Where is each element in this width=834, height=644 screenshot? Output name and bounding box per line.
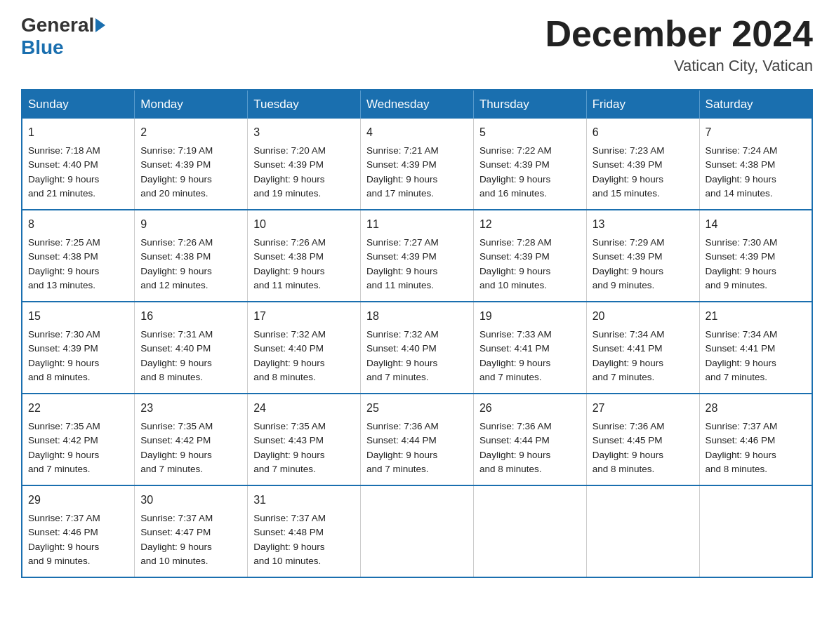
cell-info: Sunrise: 7:19 AMSunset: 4:39 PMDaylight:… bbox=[140, 145, 213, 199]
day-number: 26 bbox=[479, 400, 581, 417]
calendar-cell bbox=[586, 485, 699, 577]
calendar-cell: 9Sunrise: 7:26 AMSunset: 4:38 PMDaylight… bbox=[135, 210, 248, 302]
calendar-week-row: 8Sunrise: 7:25 AMSunset: 4:38 PMDaylight… bbox=[22, 210, 812, 302]
cell-info: Sunrise: 7:37 AMSunset: 4:48 PMDaylight:… bbox=[253, 513, 326, 566]
day-number: 5 bbox=[479, 124, 581, 141]
day-number: 24 bbox=[253, 400, 355, 417]
calendar-cell: 30Sunrise: 7:37 AMSunset: 4:47 PMDayligh… bbox=[135, 485, 248, 577]
calendar-cell: 10Sunrise: 7:26 AMSunset: 4:38 PMDayligh… bbox=[248, 210, 361, 302]
calendar-cell: 7Sunrise: 7:24 AMSunset: 4:38 PMDaylight… bbox=[699, 119, 812, 210]
page-header: General Blue December 2024 Vatican City,… bbox=[21, 14, 813, 75]
calendar-cell: 21Sunrise: 7:34 AMSunset: 4:41 PMDayligh… bbox=[699, 302, 812, 394]
cell-info: Sunrise: 7:23 AMSunset: 4:39 PMDaylight:… bbox=[593, 145, 665, 199]
day-number: 8 bbox=[28, 216, 128, 233]
calendar-cell: 20Sunrise: 7:34 AMSunset: 4:41 PMDayligh… bbox=[586, 302, 699, 394]
day-number: 25 bbox=[366, 400, 468, 417]
calendar-cell: 6Sunrise: 7:23 AMSunset: 4:39 PMDaylight… bbox=[586, 119, 699, 210]
day-number: 12 bbox=[479, 216, 581, 233]
cell-info: Sunrise: 7:25 AMSunset: 4:38 PMDaylight:… bbox=[28, 237, 100, 290]
cell-info: Sunrise: 7:26 AMSunset: 4:38 PMDaylight:… bbox=[253, 237, 326, 290]
calendar-cell bbox=[361, 485, 474, 577]
day-number: 2 bbox=[140, 124, 241, 141]
col-monday: Monday bbox=[135, 90, 248, 119]
calendar-cell: 8Sunrise: 7:25 AMSunset: 4:38 PMDaylight… bbox=[22, 210, 135, 302]
cell-info: Sunrise: 7:22 AMSunset: 4:39 PMDaylight:… bbox=[479, 145, 552, 199]
cell-info: Sunrise: 7:37 AMSunset: 4:46 PMDaylight:… bbox=[28, 513, 100, 566]
day-number: 15 bbox=[28, 308, 128, 325]
calendar-header-row: Sunday Monday Tuesday Wednesday Thursday… bbox=[22, 90, 812, 119]
day-number: 6 bbox=[593, 124, 694, 141]
title-block: December 2024 Vatican City, Vatican bbox=[545, 14, 813, 75]
day-number: 22 bbox=[28, 400, 128, 417]
calendar-table: Sunday Monday Tuesday Wednesday Thursday… bbox=[21, 89, 813, 578]
cell-info: Sunrise: 7:26 AMSunset: 4:38 PMDaylight:… bbox=[140, 237, 213, 290]
cell-info: Sunrise: 7:36 AMSunset: 4:44 PMDaylight:… bbox=[366, 421, 439, 474]
calendar-week-row: 1Sunrise: 7:18 AMSunset: 4:40 PMDaylight… bbox=[22, 119, 812, 210]
calendar-cell: 5Sunrise: 7:22 AMSunset: 4:39 PMDaylight… bbox=[473, 119, 586, 210]
calendar-cell: 16Sunrise: 7:31 AMSunset: 4:40 PMDayligh… bbox=[135, 302, 248, 394]
calendar-cell: 1Sunrise: 7:18 AMSunset: 4:40 PMDaylight… bbox=[22, 119, 135, 210]
calendar-week-row: 29Sunrise: 7:37 AMSunset: 4:46 PMDayligh… bbox=[22, 485, 812, 577]
calendar-cell: 13Sunrise: 7:29 AMSunset: 4:39 PMDayligh… bbox=[586, 210, 699, 302]
col-tuesday: Tuesday bbox=[248, 90, 361, 119]
calendar-cell: 29Sunrise: 7:37 AMSunset: 4:46 PMDayligh… bbox=[22, 485, 135, 577]
calendar-cell: 18Sunrise: 7:32 AMSunset: 4:40 PMDayligh… bbox=[361, 302, 474, 394]
cell-info: Sunrise: 7:35 AMSunset: 4:42 PMDaylight:… bbox=[140, 421, 213, 474]
day-number: 1 bbox=[28, 124, 128, 141]
cell-info: Sunrise: 7:27 AMSunset: 4:39 PMDaylight:… bbox=[366, 237, 439, 290]
day-number: 4 bbox=[366, 124, 468, 141]
day-number: 14 bbox=[706, 216, 806, 233]
calendar-cell: 4Sunrise: 7:21 AMSunset: 4:39 PMDaylight… bbox=[361, 119, 474, 210]
calendar-cell: 26Sunrise: 7:36 AMSunset: 4:44 PMDayligh… bbox=[473, 394, 586, 485]
cell-info: Sunrise: 7:20 AMSunset: 4:39 PMDaylight:… bbox=[253, 145, 326, 199]
day-number: 20 bbox=[593, 308, 694, 325]
logo-blue-text: Blue bbox=[21, 36, 64, 59]
day-number: 19 bbox=[479, 308, 581, 325]
day-number: 30 bbox=[140, 492, 241, 509]
cell-info: Sunrise: 7:28 AMSunset: 4:39 PMDaylight:… bbox=[479, 237, 552, 290]
calendar-cell: 24Sunrise: 7:35 AMSunset: 4:43 PMDayligh… bbox=[248, 394, 361, 485]
day-number: 13 bbox=[593, 216, 694, 233]
cell-info: Sunrise: 7:34 AMSunset: 4:41 PMDaylight:… bbox=[706, 329, 778, 382]
col-wednesday: Wednesday bbox=[361, 90, 474, 119]
day-number: 11 bbox=[366, 216, 468, 233]
cell-info: Sunrise: 7:35 AMSunset: 4:43 PMDaylight:… bbox=[253, 421, 326, 474]
cell-info: Sunrise: 7:31 AMSunset: 4:40 PMDaylight:… bbox=[140, 329, 213, 382]
cell-info: Sunrise: 7:37 AMSunset: 4:47 PMDaylight:… bbox=[140, 513, 213, 566]
day-number: 28 bbox=[706, 400, 806, 417]
cell-info: Sunrise: 7:30 AMSunset: 4:39 PMDaylight:… bbox=[706, 237, 778, 290]
day-number: 21 bbox=[706, 308, 806, 325]
cell-info: Sunrise: 7:29 AMSunset: 4:39 PMDaylight:… bbox=[593, 237, 665, 290]
calendar-week-row: 15Sunrise: 7:30 AMSunset: 4:39 PMDayligh… bbox=[22, 302, 812, 394]
location: Vatican City, Vatican bbox=[545, 57, 813, 75]
calendar-cell: 27Sunrise: 7:36 AMSunset: 4:45 PMDayligh… bbox=[586, 394, 699, 485]
month-title: December 2024 bbox=[545, 14, 813, 54]
logo-arrow-icon bbox=[95, 18, 105, 32]
calendar-cell: 14Sunrise: 7:30 AMSunset: 4:39 PMDayligh… bbox=[699, 210, 812, 302]
col-saturday: Saturday bbox=[699, 90, 812, 119]
calendar-cell: 19Sunrise: 7:33 AMSunset: 4:41 PMDayligh… bbox=[473, 302, 586, 394]
calendar-cell bbox=[473, 485, 586, 577]
cell-info: Sunrise: 7:32 AMSunset: 4:40 PMDaylight:… bbox=[253, 329, 326, 382]
cell-info: Sunrise: 7:33 AMSunset: 4:41 PMDaylight:… bbox=[479, 329, 552, 382]
day-number: 29 bbox=[28, 492, 128, 509]
logo: General Blue bbox=[21, 14, 105, 59]
calendar-cell: 17Sunrise: 7:32 AMSunset: 4:40 PMDayligh… bbox=[248, 302, 361, 394]
cell-info: Sunrise: 7:34 AMSunset: 4:41 PMDaylight:… bbox=[593, 329, 665, 382]
cell-info: Sunrise: 7:36 AMSunset: 4:44 PMDaylight:… bbox=[479, 421, 552, 474]
col-friday: Friday bbox=[586, 90, 699, 119]
day-number: 31 bbox=[253, 492, 355, 509]
calendar-cell: 22Sunrise: 7:35 AMSunset: 4:42 PMDayligh… bbox=[22, 394, 135, 485]
col-thursday: Thursday bbox=[473, 90, 586, 119]
col-sunday: Sunday bbox=[22, 90, 135, 119]
day-number: 7 bbox=[706, 124, 806, 141]
cell-info: Sunrise: 7:32 AMSunset: 4:40 PMDaylight:… bbox=[366, 329, 439, 382]
day-number: 10 bbox=[253, 216, 355, 233]
calendar-cell bbox=[699, 485, 812, 577]
calendar-cell: 2Sunrise: 7:19 AMSunset: 4:39 PMDaylight… bbox=[135, 119, 248, 210]
calendar-cell: 3Sunrise: 7:20 AMSunset: 4:39 PMDaylight… bbox=[248, 119, 361, 210]
logo-general-text: General bbox=[21, 14, 94, 36]
calendar-cell: 28Sunrise: 7:37 AMSunset: 4:46 PMDayligh… bbox=[699, 394, 812, 485]
day-number: 16 bbox=[140, 308, 241, 325]
calendar-cell: 25Sunrise: 7:36 AMSunset: 4:44 PMDayligh… bbox=[361, 394, 474, 485]
